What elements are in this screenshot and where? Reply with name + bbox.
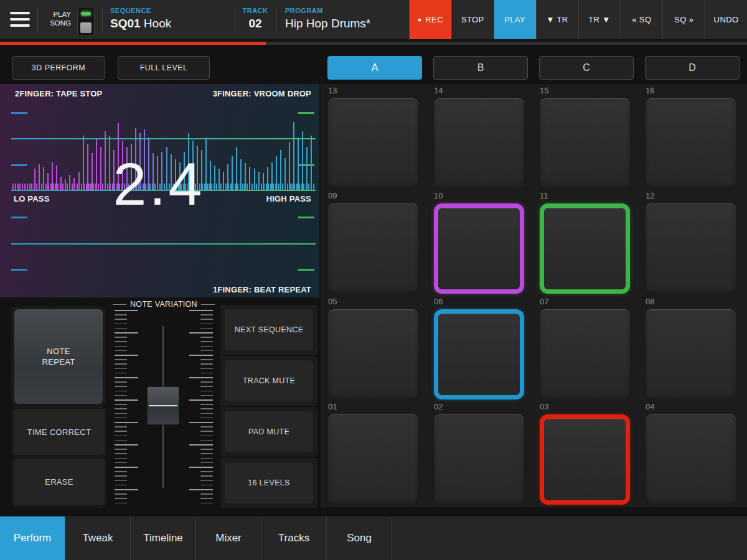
transport-track-next-label: TR ▼ xyxy=(588,15,610,24)
sequence-section[interactable]: SEQUENCE SQ01 Hook xyxy=(110,0,171,39)
toggle-green-indicator xyxy=(81,12,91,16)
tab-tracks[interactable]: Tracks xyxy=(261,516,327,560)
transport-seq-next-button[interactable]: SQ » xyxy=(662,0,705,39)
menu-button[interactable] xyxy=(10,11,31,29)
play-song-toggle[interactable] xyxy=(77,7,95,36)
bank-c-button[interactable]: C xyxy=(539,56,634,80)
tab-mixer[interactable]: Mixer xyxy=(196,516,261,560)
xy-gesture-label-2finger: 2FINGER: TAPE STOP xyxy=(15,89,102,98)
divider xyxy=(102,7,103,32)
pad-11-label: 11 xyxy=(540,191,548,200)
erase-button[interactable]: ERASE xyxy=(14,459,105,505)
transport-play-button[interactable]: PLAY xyxy=(494,0,536,39)
pad-12-label: 12 xyxy=(646,191,654,200)
pad-10[interactable] xyxy=(434,203,524,294)
tab-song[interactable]: Song xyxy=(327,516,392,560)
left-tick-mark xyxy=(11,217,27,218)
pad-15[interactable] xyxy=(540,98,630,189)
xy-performance-pad[interactable]: 2FINGER: TAPE STOP 3FINGER: VROOM DROP L… xyxy=(0,84,319,297)
bank-b-button[interactable]: B xyxy=(433,56,528,80)
sequence-value: SQ01 Hook xyxy=(110,17,171,30)
xy-value-readout: 2.4 xyxy=(75,154,243,214)
pad-02[interactable] xyxy=(434,414,524,505)
playback-progress-fill xyxy=(0,42,266,45)
pad-16[interactable] xyxy=(646,98,736,189)
pad-07[interactable] xyxy=(540,309,630,399)
pad-05-label: 05 xyxy=(328,297,337,306)
slider-ruler-right xyxy=(189,310,213,505)
transport-seq-prev-button[interactable]: « SQ xyxy=(620,0,662,39)
transport-seq-next-label: SQ » xyxy=(674,15,693,24)
program-value: Hip Hop Drums* xyxy=(285,17,370,30)
note-variation-slider-thumb[interactable] xyxy=(147,386,179,425)
transport-undo-label: UNDO xyxy=(714,15,739,24)
left-tick-mark xyxy=(11,112,27,114)
pad-14[interactable] xyxy=(434,98,524,189)
pad-04-label: 04 xyxy=(646,402,654,411)
lo-pass-label: LO PASS xyxy=(14,194,50,203)
pad-10-label: 10 xyxy=(434,191,443,200)
bank-d-button[interactable]: D xyxy=(645,56,740,80)
next-sequence-button[interactable]: NEXT SEQUENCE xyxy=(225,309,313,350)
pad-09[interactable] xyxy=(328,203,418,294)
tab-perform[interactable]: Perform xyxy=(0,516,65,560)
note-variation-label: NOTE VARIATION xyxy=(112,300,215,309)
transport-rec-button[interactable]: ●REC xyxy=(409,0,451,39)
xy-gesture-label-3finger: 3FINGER: VROOM DROP xyxy=(213,89,311,98)
transport-seq-prev-label: « SQ xyxy=(632,15,651,24)
waveform-bar xyxy=(298,138,299,190)
right-tick-mark xyxy=(298,112,314,114)
pad-12[interactable] xyxy=(646,203,736,294)
tab-tweak[interactable]: Tweak xyxy=(65,516,131,560)
track-mute-button[interactable]: TRACK MUTE xyxy=(225,360,313,401)
playback-progress-track[interactable] xyxy=(0,42,747,45)
transport-undo-button[interactable]: UNDO xyxy=(705,0,747,39)
waveform-bar xyxy=(311,136,312,190)
pad-03-label: 03 xyxy=(540,402,548,411)
pad-09-label: 09 xyxy=(328,191,337,200)
track-value: 02 xyxy=(235,17,276,30)
16-levels-frame: 16 LEVELS xyxy=(220,458,317,508)
3d-perform-button[interactable]: 3D PERFORM xyxy=(12,56,105,80)
top-bar: PLAY SONG SEQUENCE SQ01 Hook TRACK 02 PR… xyxy=(0,0,747,39)
pad-06-label: 06 xyxy=(434,297,443,306)
sequence-label: SEQUENCE xyxy=(110,7,171,14)
record-dot-icon: ● xyxy=(418,17,421,23)
bank-a-button[interactable]: A xyxy=(327,56,422,80)
time-correct-button[interactable]: TIME CORRECT xyxy=(14,409,105,455)
program-label: PROGRAM xyxy=(285,7,370,14)
divider xyxy=(37,7,38,32)
note-repeat-button[interactable]: NOTEREPEAT xyxy=(14,309,103,404)
pad-13[interactable] xyxy=(328,98,418,189)
waveform-bar xyxy=(302,131,303,190)
transport-track-prev-button[interactable]: ▼ TR xyxy=(536,0,578,39)
pad-06[interactable] xyxy=(434,309,524,399)
waveform-threshold-line xyxy=(11,138,316,139)
transport-track-next-button[interactable]: TR ▼ xyxy=(578,0,621,39)
pad-04[interactable] xyxy=(646,414,736,505)
tab-timeline[interactable]: Timeline xyxy=(131,516,196,560)
waveform-bar xyxy=(293,122,294,190)
16-levels-button[interactable]: 16 LEVELS xyxy=(225,462,313,503)
pad-bank-selector: ABCD xyxy=(327,56,740,80)
high-pass-label: HIGH PASS xyxy=(266,194,311,203)
pad-11[interactable] xyxy=(540,203,630,294)
full-level-button[interactable]: FULL LEVEL xyxy=(118,56,210,80)
track-section[interactable]: TRACK 02 xyxy=(235,0,276,39)
track-label: TRACK xyxy=(235,7,276,14)
slider-thumb-line xyxy=(149,405,177,406)
pad-03[interactable] xyxy=(540,414,630,505)
pad-05[interactable] xyxy=(328,309,418,399)
transport-controls: ●RECSTOPPLAY▼ TRTR ▼« SQSQ »UNDO xyxy=(409,0,747,39)
pad-14-label: 14 xyxy=(434,86,443,95)
toggle-handle[interactable] xyxy=(80,22,92,33)
pad-07-label: 07 xyxy=(540,297,548,306)
pad-01[interactable] xyxy=(328,414,418,505)
right-tick-mark xyxy=(298,269,314,271)
pad-08[interactable] xyxy=(646,309,736,399)
bottom-nav-bar: PerformTweakTimelineMixerTracksSong AKAI… xyxy=(0,516,747,560)
transport-stop-button[interactable]: STOP xyxy=(451,0,494,39)
program-section[interactable]: PROGRAM Hip Hop Drums* xyxy=(285,0,370,39)
pad-mute-button[interactable]: PAD MUTE xyxy=(225,411,313,452)
play-song-label: PLAY SONG xyxy=(39,10,71,27)
